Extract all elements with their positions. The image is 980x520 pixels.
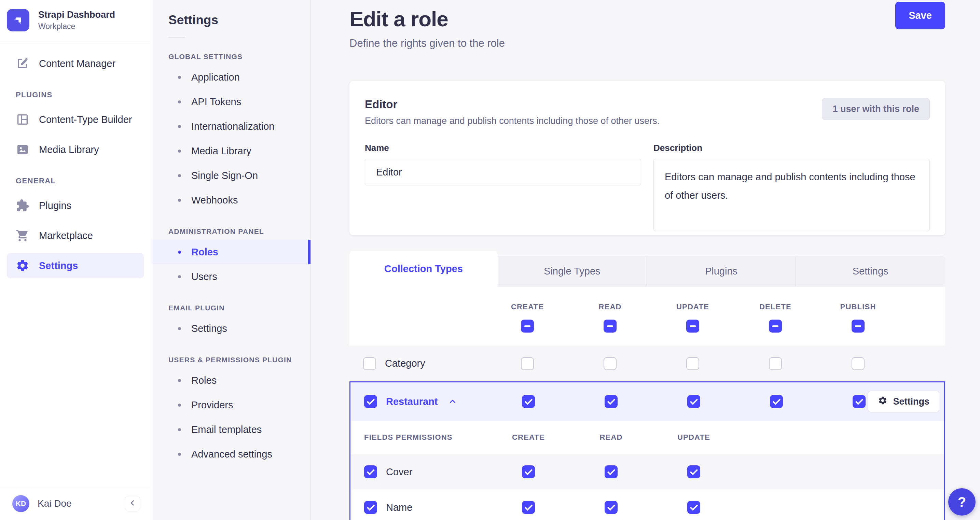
- row-label[interactable]: Name: [386, 502, 412, 513]
- subnav-item-webhooks[interactable]: Webhooks: [151, 188, 310, 212]
- settings-button-label: Settings: [893, 396, 929, 407]
- settings-subnav: Settings GLOBAL SETTINGS Application API…: [151, 0, 311, 520]
- role-name-input[interactable]: [365, 159, 641, 185]
- subnav-item-providers[interactable]: Providers: [151, 393, 310, 417]
- strapi-admin-app: Strapi Dashboard Workplace Content Manag…: [0, 0, 980, 520]
- checkbox-all-publish[interactable]: [851, 320, 865, 332]
- tab-collection-types[interactable]: Collection Types: [350, 251, 498, 286]
- nav-item-settings[interactable]: Settings: [7, 253, 144, 278]
- nav-item-label: Marketplace: [39, 230, 93, 242]
- subnav-item-label: Application: [191, 72, 240, 83]
- checkbox-category-read[interactable]: [604, 357, 617, 370]
- subnav-item-email-settings[interactable]: Settings: [151, 316, 310, 341]
- table-row-cover: Cover: [350, 454, 944, 490]
- checkbox-category-update[interactable]: [686, 357, 699, 370]
- checkbox-category-row[interactable]: [363, 357, 376, 370]
- workspace-subtitle: Workplace: [38, 22, 115, 31]
- subnav-item-advanced-settings[interactable]: Advanced settings: [151, 442, 310, 466]
- checkbox-cover-create[interactable]: [522, 465, 535, 478]
- checkbox-restaurant-row[interactable]: [364, 395, 377, 408]
- collapse-sidebar-button[interactable]: [125, 496, 140, 512]
- main-sidebar: Strapi Dashboard Workplace Content Manag…: [0, 0, 151, 520]
- checkbox-all-read[interactable]: [604, 320, 617, 332]
- subnav-item-media-library[interactable]: Media Library: [151, 138, 310, 163]
- puzzle-icon: [16, 199, 29, 212]
- subnav-section-administration-panel: ADMINISTRATION PANEL Roles Users: [151, 227, 310, 289]
- nav-item-content-type-builder[interactable]: Content-Type Builder: [0, 107, 151, 132]
- checkbox-all-create[interactable]: [521, 320, 534, 332]
- checkbox-cover-update[interactable]: [687, 465, 700, 478]
- subnav-item-label: Advanced settings: [191, 448, 272, 460]
- help-button[interactable]: ?: [948, 488, 975, 515]
- nav-item-label: Settings: [39, 260, 78, 272]
- checkbox-category-publish[interactable]: [851, 357, 865, 370]
- restaurant-settings-button[interactable]: Settings: [868, 391, 939, 412]
- subnav-item-internationalization[interactable]: Internationalization: [151, 114, 310, 138]
- nav-item-label: Content-Type Builder: [39, 114, 132, 125]
- subnav-item-label: Roles: [191, 246, 218, 258]
- tab-single-types[interactable]: Single Types: [498, 256, 647, 286]
- subnav-item-roles-active[interactable]: Roles: [151, 240, 310, 264]
- nav-item-content-manager[interactable]: Content Manager: [0, 51, 151, 76]
- name-field-label: Name: [365, 143, 641, 153]
- checkbox-restaurant-publish[interactable]: [853, 395, 865, 408]
- subnav-item-up-roles[interactable]: Roles: [151, 368, 310, 393]
- nav-item-label: Plugins: [39, 200, 72, 211]
- checkbox-restaurant-read[interactable]: [605, 395, 617, 408]
- subnav-item-label: Email templates: [191, 424, 262, 435]
- subnav-item-application[interactable]: Application: [151, 65, 310, 89]
- checkbox-name-create[interactable]: [522, 501, 535, 514]
- nav-item-marketplace[interactable]: Marketplace: [0, 223, 151, 248]
- cart-icon: [16, 229, 29, 242]
- role-description-textarea[interactable]: [654, 159, 930, 231]
- checkbox-name-row[interactable]: [364, 501, 377, 514]
- checkbox-restaurant-create[interactable]: [522, 395, 535, 408]
- checkbox-cover-read[interactable]: [605, 465, 617, 478]
- page-title: Edit a role: [350, 7, 945, 31]
- bullet-icon: [178, 174, 181, 177]
- permissions-tabs: Collection Types Single Types Plugins Se…: [350, 251, 945, 286]
- row-label[interactable]: Category: [385, 358, 425, 369]
- checkbox-restaurant-delete[interactable]: [770, 395, 783, 408]
- role-card-titles: Editor Editors can manage and publish co…: [365, 98, 660, 126]
- avatar[interactable]: KD: [12, 495, 29, 512]
- role-description-text: Editors can manage and publish contents …: [365, 116, 660, 126]
- checkbox-all-update[interactable]: [686, 320, 699, 332]
- table-row-name: Name: [350, 490, 944, 520]
- workspace-brand[interactable]: Strapi Dashboard Workplace: [0, 0, 151, 42]
- column-label: READ: [598, 302, 621, 312]
- row-label[interactable]: Restaurant: [386, 396, 438, 407]
- row-label[interactable]: Cover: [386, 466, 412, 478]
- chevron-up-icon[interactable]: [448, 397, 457, 406]
- strapi-logo-icon: [7, 9, 29, 32]
- save-button[interactable]: Save: [895, 2, 945, 29]
- checkbox-cover-row[interactable]: [364, 465, 377, 478]
- fields-permissions-label: FIELDS PERMISSIONS: [350, 433, 487, 442]
- checkbox-name-read[interactable]: [605, 501, 617, 514]
- nav-item-plugins[interactable]: Plugins: [0, 193, 151, 218]
- column-publish: PUBLISH: [817, 300, 899, 332]
- checkbox-category-create[interactable]: [521, 357, 534, 370]
- column-label: DELETE: [759, 302, 791, 312]
- subnav-item-api-tokens[interactable]: API Tokens: [151, 89, 310, 114]
- nav-section-plugins: PLUGINS: [0, 91, 151, 99]
- checkbox-restaurant-update[interactable]: [687, 395, 700, 408]
- subnav-section-global-settings: GLOBAL SETTINGS Application API Tokens I…: [151, 52, 310, 212]
- tab-settings[interactable]: Settings: [795, 256, 945, 286]
- nav-item-label: Media Library: [39, 144, 99, 155]
- subnav-title: Settings: [151, 0, 310, 27]
- subnav-item-users[interactable]: Users: [151, 264, 310, 289]
- checkbox-all-delete[interactable]: [769, 320, 782, 332]
- pen-square-icon: [16, 57, 29, 70]
- nav-item-media-library[interactable]: Media Library: [0, 137, 151, 162]
- fields-column-update: UPDATE: [652, 433, 735, 442]
- users-with-role-button[interactable]: 1 user with this role: [822, 98, 930, 120]
- bullet-icon: [178, 453, 181, 456]
- tab-plugins[interactable]: Plugins: [647, 256, 796, 286]
- chevron-left-icon: [129, 499, 136, 508]
- description-field-group: Description: [654, 143, 930, 231]
- checkbox-category-delete[interactable]: [769, 357, 782, 370]
- subnav-item-single-sign-on[interactable]: Single Sign-On: [151, 163, 310, 188]
- subnav-item-email-templates[interactable]: Email templates: [151, 417, 310, 442]
- checkbox-name-update[interactable]: [687, 501, 700, 514]
